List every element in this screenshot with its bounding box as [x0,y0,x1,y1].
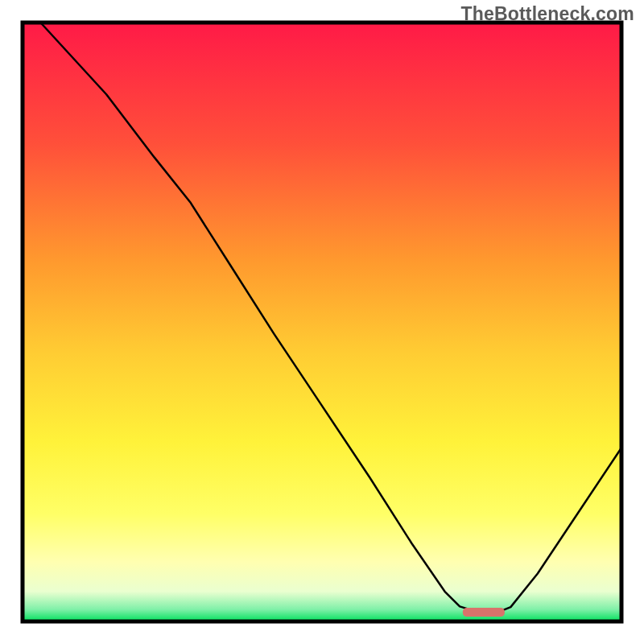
plot-background [23,23,621,621]
chart-container: TheBottleneck.com [0,0,644,644]
bottleneck-chart [0,0,644,644]
optimal-marker [463,608,505,617]
watermark-text: TheBottleneck.com [460,3,634,25]
